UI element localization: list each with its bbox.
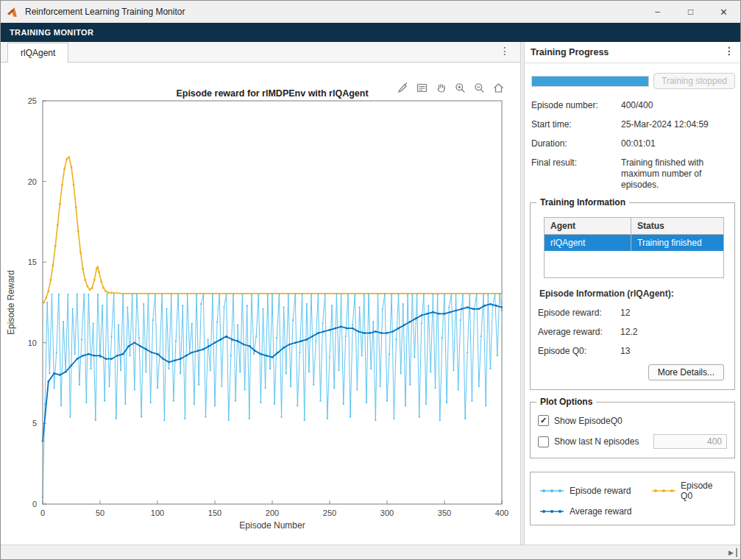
- show-episodeq0-row: ✓ Show EpisodeQ0: [538, 415, 727, 426]
- show-last-n-label: Show last N episodes: [554, 436, 639, 447]
- svg-text:250: 250: [323, 508, 336, 517]
- legend-item-episode-reward: Episode reward: [539, 481, 651, 501]
- show-episodeq0-checkbox[interactable]: ✓: [538, 415, 549, 426]
- svg-text:Episode Reward: Episode Reward: [6, 270, 16, 335]
- svg-text:15: 15: [28, 258, 37, 266]
- episode-reward-label: Episode reward:: [538, 308, 620, 318]
- datatips-icon[interactable]: [415, 82, 429, 94]
- info-label: Episode number:: [531, 100, 621, 111]
- table-cell-agent: rlQAgent: [545, 235, 631, 251]
- panel-menu-icon[interactable]: ⋮: [721, 45, 737, 57]
- reward-chart[interactable]: 0501001502002503003504000510152025Episod…: [1, 63, 516, 545]
- plot-options-title: Plot Options: [536, 397, 596, 407]
- info-label: Duration:: [531, 138, 621, 149]
- title-bar: Reinforcement Learning Training Monitor …: [1, 1, 740, 23]
- legend-item-average-reward: Average reward: [539, 506, 651, 517]
- window-title: Reinforcement Learning Training Monitor: [25, 7, 185, 17]
- info-row-start-time: Start time: 25-Mar-2024 12:04:59: [531, 119, 735, 130]
- svg-text:200: 200: [266, 508, 279, 517]
- progress-fill: [532, 77, 648, 86]
- episode-reward-value: 12: [620, 308, 630, 318]
- toolstrip: TRAINING MONITOR: [1, 23, 740, 42]
- svg-text:25: 25: [28, 96, 37, 105]
- average-reward-row: Average reward: 12.2: [538, 327, 727, 337]
- scroll-right-icon[interactable]: ▶: [728, 548, 737, 557]
- episode-reward-line-sample: [539, 487, 564, 495]
- info-value: 00:01:01: [621, 138, 735, 149]
- zoom-in-icon[interactable]: [453, 82, 467, 94]
- average-reward-label: Average reward:: [538, 327, 620, 337]
- svg-text:350: 350: [438, 508, 451, 517]
- svg-text:5: 5: [32, 419, 37, 428]
- brush-icon[interactable]: [396, 82, 410, 94]
- plot-options-group: Plot Options ✓ Show EpisodeQ0 Show last …: [530, 402, 735, 458]
- show-episodeq0-label: Show EpisodeQ0: [554, 416, 623, 426]
- legend-label: Episode reward: [570, 486, 631, 496]
- toolstrip-tab-training-monitor[interactable]: TRAINING MONITOR: [1, 23, 102, 42]
- table-header-row: Agent Status: [545, 218, 723, 235]
- document-area: rlQAgent ⋮ 05010015020025030035040005101…: [1, 42, 520, 546]
- average-reward-line-sample: [539, 508, 564, 515]
- more-details-button[interactable]: More Details...: [648, 364, 724, 380]
- show-last-n-row: Show last N episodes: [538, 434, 727, 449]
- svg-text:400: 400: [495, 508, 508, 517]
- episode-q0-label: Episode Q0:: [538, 346, 620, 356]
- table-header-status: Status: [631, 218, 723, 234]
- maximize-button[interactable]: □: [674, 1, 707, 23]
- last-n-episodes-field[interactable]: [653, 434, 727, 449]
- svg-text:20: 20: [28, 177, 37, 186]
- svg-text:0: 0: [40, 508, 45, 517]
- training-progress-bar: [531, 76, 649, 87]
- table-header-agent: Agent: [545, 218, 631, 234]
- chart-legend: Episode reward Episode Q0 Average reward: [530, 472, 735, 525]
- svg-text:10: 10: [28, 339, 37, 347]
- legend-item-episode-q0: Episode Q0: [651, 481, 726, 501]
- close-button[interactable]: ✕: [707, 1, 740, 23]
- info-value: Training finished with maximum number of…: [621, 157, 735, 191]
- legend-label: Episode Q0: [681, 481, 726, 501]
- progress-row: Training stopped: [531, 73, 735, 89]
- status-bar: ▶: [1, 545, 740, 559]
- info-value: 25-Mar-2024 12:04:59: [621, 119, 735, 130]
- info-value: 400/400: [621, 100, 735, 111]
- average-reward-value: 12.2: [620, 327, 637, 337]
- info-label: Start time:: [531, 119, 621, 130]
- info-label: Final result:: [531, 157, 621, 191]
- tabstrip-menu-icon[interactable]: ⋮: [497, 45, 513, 57]
- show-last-n-checkbox[interactable]: [538, 436, 549, 447]
- app-window: Reinforcement Learning Training Monitor …: [0, 0, 741, 560]
- minimize-button[interactable]: –: [641, 1, 674, 23]
- svg-text:50: 50: [96, 508, 104, 517]
- episode-q0-row: Episode Q0: 13: [538, 346, 727, 356]
- training-progress-panel: Training Progress ⋮ Training stopped Epi…: [525, 42, 741, 546]
- svg-text:150: 150: [208, 508, 221, 517]
- svg-text:0: 0: [32, 500, 37, 508]
- progress-info: Episode number: 400/400 Start time: 25-M…: [531, 100, 735, 191]
- info-row-final-result: Final result: Training finished with max…: [531, 157, 735, 191]
- panel-title: Training Progress: [531, 47, 609, 57]
- training-stopped-button[interactable]: Training stopped: [653, 73, 735, 89]
- table-cell-status: Training finished: [631, 235, 723, 251]
- tab-rlqagent[interactable]: rlQAgent: [7, 43, 68, 63]
- svg-text:Episode reward for rlMDPEnv wi: Episode reward for rlMDPEnv with rlQAgen…: [176, 88, 369, 99]
- svg-text:Episode Number: Episode Number: [239, 520, 305, 531]
- figure-container: 0501001502002503003504000510152025Episod…: [1, 63, 520, 546]
- panel-header: Training Progress ⋮: [525, 42, 741, 63]
- axes-toolbar: [396, 82, 506, 94]
- content-area: rlQAgent ⋮ 05010015020025030035040005101…: [1, 42, 741, 546]
- window-controls: – □ ✕: [641, 1, 740, 23]
- episode-q0-value: 13: [620, 346, 630, 356]
- table-row[interactable]: rlQAgent Training finished: [545, 235, 723, 251]
- zoom-out-icon[interactable]: [472, 82, 486, 94]
- info-row-duration: Duration: 00:01:01: [531, 138, 735, 149]
- training-information-group: Training Information Agent Status rlQAge…: [530, 202, 735, 390]
- svg-text:300: 300: [380, 508, 394, 517]
- document-tabstrip: rlQAgent ⋮: [1, 42, 520, 63]
- restore-view-icon[interactable]: [492, 82, 506, 94]
- table-empty-area: [545, 251, 723, 277]
- episode-information-title: Episode Information (rlQAgent):: [539, 288, 727, 299]
- svg-text:100: 100: [151, 508, 164, 517]
- pan-icon[interactable]: [434, 82, 448, 94]
- training-information-title: Training Information: [536, 197, 629, 208]
- legend-label: Average reward: [570, 506, 632, 517]
